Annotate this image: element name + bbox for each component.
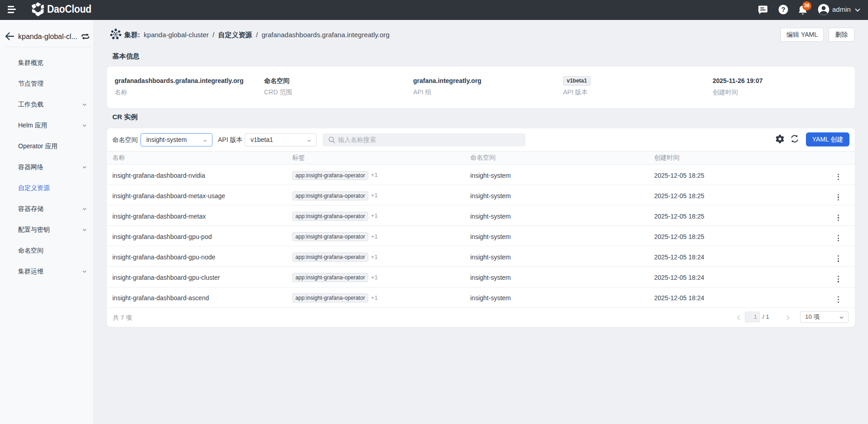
svg-text:?: ? bbox=[781, 5, 785, 13]
